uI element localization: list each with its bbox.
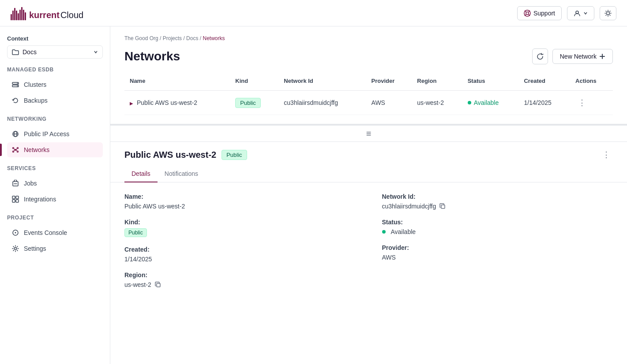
svg-point-35 (13, 151, 14, 152)
svg-rect-46 (16, 196, 19, 199)
project-section: Project (7, 215, 103, 221)
sidebar-item-settings[interactable]: Settings (7, 241, 103, 256)
sidebar-item-jobs[interactable]: Jobs (7, 176, 103, 191)
backups-icon (11, 97, 19, 104)
row-region: us-west-2 (412, 91, 462, 115)
sidebar-item-public-ip-label: Public IP Access (24, 130, 69, 137)
svg-point-34 (17, 148, 19, 149)
row-expand-icon[interactable]: ▶ (130, 101, 133, 106)
detail-field-network-id: Network Id: cu3hlaiirsdmuidcjffg (382, 193, 613, 210)
logo-suffix: Cloud (60, 10, 83, 20)
breadcrumb-docs: Docs (186, 35, 198, 41)
detail-region-label: Region: (124, 271, 356, 279)
page-header: Networks New Network (124, 48, 613, 64)
detail-provider-label: Provider: (382, 244, 613, 251)
sidebar-item-settings-label: Settings (24, 245, 46, 252)
breadcrumb-projects: Projects (163, 35, 182, 41)
logo-brand: kurrent (29, 10, 60, 20)
events-console-icon (11, 229, 19, 237)
detail-kind-value: Public (124, 228, 356, 237)
svg-point-36 (17, 151, 19, 152)
detail-network-id-label: Network Id: (382, 193, 613, 200)
new-network-label: New Network (560, 53, 597, 60)
tab-notifications[interactable]: Notifications (158, 166, 205, 182)
logo: kurrent Cloud (11, 6, 83, 20)
detail-name-label: Name: (124, 193, 356, 200)
detail-status-label: Status: (382, 219, 613, 226)
sidebar-item-networks-label: Networks (24, 146, 49, 153)
detail-field-region: Region: us-west-2 (124, 271, 356, 288)
main-top-section: The Good Org / Projects / Docs / Network… (110, 26, 627, 124)
sidebar-item-integrations-label: Integrations (24, 196, 56, 203)
row-name: ▶ Public AWS us-west-2 (124, 91, 230, 115)
detail-field-kind: Kind: Public (124, 219, 356, 237)
detail-field-name: Name: Public AWS us-west-2 (124, 193, 356, 210)
context-selector[interactable]: Docs (7, 45, 103, 59)
theme-toggle-button[interactable] (600, 6, 616, 20)
network-id-copy-button[interactable] (439, 203, 447, 209)
support-button[interactable]: Support (517, 6, 562, 20)
svg-rect-55 (441, 205, 445, 208)
refresh-button[interactable] (532, 48, 548, 64)
logo-icon: kurrent Cloud (11, 6, 83, 20)
detail-field-status: Status: Available (382, 219, 613, 235)
networks-table-container: Name Kind Network Id Provider Region Sta… (124, 71, 613, 115)
topnav-actions: Support (517, 6, 616, 20)
svg-point-50 (15, 232, 16, 234)
support-label: Support (533, 10, 555, 17)
svg-line-42 (16, 150, 17, 151)
svg-point-15 (576, 11, 578, 14)
detail-tabs: Details Notifications (110, 166, 627, 182)
detail-panel: ≡ Public AWS us-west-2 Public ⋮ Details … (110, 124, 627, 364)
breadcrumb-org: The Good Org (124, 35, 158, 41)
folder-icon (12, 49, 19, 55)
user-menu-button[interactable] (567, 6, 594, 20)
detail-region-value: us-west-2 (124, 281, 356, 288)
svg-line-39 (14, 149, 15, 150)
detail-title: Public AWS us-west-2 (124, 150, 216, 160)
row-kind: Public (230, 91, 278, 115)
theme-icon (604, 10, 612, 17)
new-network-button[interactable]: New Network (552, 49, 613, 64)
svg-rect-0 (11, 14, 12, 20)
panel-collapse-handle[interactable]: ≡ (366, 129, 372, 138)
tab-details[interactable]: Details (124, 166, 158, 182)
svg-point-16 (607, 11, 610, 15)
networking-section: Networking (7, 116, 103, 122)
region-copy-button[interactable] (154, 282, 162, 288)
detail-created-label: Created: (124, 246, 356, 253)
svg-line-23 (606, 15, 606, 15)
copy-icon-2 (439, 203, 446, 209)
integrations-icon (11, 195, 19, 203)
chevron-down-icon (583, 11, 588, 15)
col-name: Name (124, 71, 230, 91)
sidebar-item-public-ip-access[interactable]: Public IP Access (7, 126, 103, 141)
support-icon (524, 10, 531, 17)
row-actions: ⋮ (570, 91, 613, 115)
sidebar-item-backups[interactable]: Backups (7, 93, 103, 108)
sidebar-item-clusters[interactable]: Clusters (7, 77, 103, 92)
col-provider: Provider (366, 71, 412, 91)
detail-actions-button[interactable]: ⋮ (600, 149, 613, 160)
sidebar-item-events-console[interactable]: Events Console (7, 225, 103, 240)
svg-rect-6 (21, 7, 23, 20)
user-icon (574, 10, 581, 17)
col-status: Status (462, 71, 519, 91)
svg-rect-48 (16, 200, 19, 202)
row-actions-button[interactable]: ⋮ (575, 97, 589, 108)
sidebar-item-networks[interactable]: Networks (7, 142, 103, 157)
col-created: Created (518, 71, 570, 91)
row-network-id: cu3hlaiirsdmuidcjffg (278, 91, 366, 115)
col-network-id: Network Id (278, 71, 366, 91)
svg-point-51 (15, 248, 17, 250)
row-status: Available (462, 91, 519, 115)
sidebar-item-integrations[interactable]: Integrations (7, 192, 103, 207)
svg-rect-47 (12, 200, 15, 202)
sidebar-item-backups-label: Backups (24, 97, 48, 104)
context-chevron-icon (94, 50, 98, 54)
col-region: Region (412, 71, 462, 91)
table-row[interactable]: ▶ Public AWS us-west-2 Public cu3hlaiirs… (124, 91, 613, 115)
svg-point-28 (17, 85, 18, 86)
detail-network-id-value: cu3hlaiirsdmuidcjffg (382, 203, 613, 210)
kind-badge: Public (235, 98, 260, 108)
